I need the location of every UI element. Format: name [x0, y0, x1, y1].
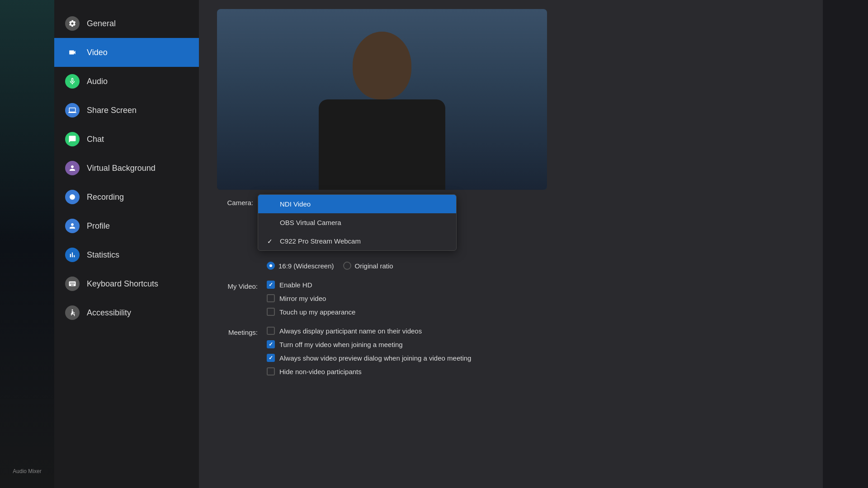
video-icon [65, 45, 80, 60]
recording-label: Recording [87, 192, 124, 202]
camera-option-c922-webcam[interactable]: ✓C922 Pro Stream Webcam [258, 232, 456, 250]
meetings-show-preview[interactable]: Always show video preview dialog when jo… [267, 354, 805, 362]
sidebar-item-accessibility[interactable]: Accessibility [54, 298, 199, 327]
original-radio[interactable] [343, 262, 351, 270]
camera-dropdown-list: NDI VideoOBS Virtual Camera✓C922 Pro Str… [258, 194, 457, 251]
meetings-turn-off-video[interactable]: Turn off my video when joining a meeting [267, 340, 805, 348]
sidebar-item-statistics[interactable]: Statistics [54, 240, 199, 269]
sidebar-item-recording[interactable]: Recording [54, 183, 199, 211]
svg-point-1 [72, 310, 73, 311]
keyboard-shortcuts-label: Keyboard Shortcuts [87, 279, 158, 289]
meetings-row: Meetings: Always display participant nam… [217, 327, 805, 375]
sidebar-item-general[interactable]: General [54, 9, 199, 38]
sidebar-item-profile[interactable]: Profile [54, 211, 199, 240]
meetings-display-name[interactable]: Always display participant name on their… [267, 327, 805, 335]
ndi-video-label: NDI Video [280, 200, 311, 208]
audio-icon [65, 74, 80, 89]
sidebar-item-share-screen[interactable]: Share Screen [54, 96, 199, 125]
my-video-mirror[interactable]: Mirror my video [267, 294, 805, 302]
my-video-label: My Video: [217, 281, 258, 290]
virtual-background-icon [65, 161, 80, 175]
right-panel [823, 0, 868, 488]
general-label: General [87, 19, 116, 28]
sidebar-item-audio[interactable]: Audio [54, 67, 199, 96]
aspect-ratio-options: 16:9 (Widescreen)Original ratio [267, 262, 805, 270]
c922-webcam-checkmark: ✓ [267, 238, 275, 245]
aspect-ratio-section: 16:9 (Widescreen)Original ratio [217, 262, 805, 270]
meetings-hide-non-video[interactable]: Hide non-video participants [267, 367, 805, 375]
aspect-ratio-label [217, 262, 258, 263]
my-video-touch-up[interactable]: Touch up my appearance [267, 308, 805, 316]
audio-label: Audio [87, 77, 108, 86]
sidebar-item-virtual-background[interactable]: Virtual Background [54, 154, 199, 183]
camera-label: Camera: [217, 194, 258, 206]
hide-non-video-label: Hide non-video participants [279, 368, 362, 375]
profile-label: Profile [87, 221, 110, 231]
camera-option-ndi-video[interactable]: NDI Video [258, 195, 456, 213]
keyboard-shortcuts-icon [65, 277, 80, 291]
chat-icon [65, 132, 80, 146]
enable-hd-checkbox[interactable] [267, 281, 275, 289]
virtual-background-label: Virtual Background [87, 164, 156, 173]
accessibility-icon [65, 305, 80, 320]
hide-non-video-checkbox[interactable] [267, 367, 275, 375]
meetings-label: Meetings: [217, 327, 258, 336]
left-panel-bg [0, 0, 54, 488]
video-preview-inner [217, 9, 547, 190]
mirror-label: Mirror my video [279, 295, 326, 302]
statistics-label: Statistics [87, 250, 119, 260]
aspect-ratio-row: 16:9 (Widescreen)Original ratio [217, 262, 805, 270]
mirror-checkbox[interactable] [267, 294, 275, 302]
left-panel: Audio Mixer [0, 0, 54, 488]
display-name-label: Always display participant name on their… [279, 327, 422, 335]
my-video-controls: Enable HDMirror my videoTouch up my appe… [267, 281, 805, 316]
person-head [353, 32, 411, 99]
my-video-section: My Video: Enable HDMirror my videoTouch … [217, 281, 805, 316]
show-preview-label: Always show video preview dialog when jo… [279, 354, 471, 362]
share-screen-label: Share Screen [87, 106, 137, 115]
camera-dropdown-wrapper: NDI VideoOBS Virtual Camera✓C922 Pro Str… [258, 194, 805, 251]
show-preview-checkbox[interactable] [267, 354, 275, 362]
recording-icon [65, 190, 80, 204]
main-content: Camera: NDI VideoOBS Virtual Camera✓C922… [199, 0, 823, 488]
turn-off-video-checkbox[interactable] [267, 340, 275, 348]
sidebar-item-chat[interactable]: Chat [54, 125, 199, 154]
touch-up-checkbox[interactable] [267, 308, 275, 316]
sidebar: GeneralVideoAudioShare ScreenChatVirtual… [54, 0, 199, 488]
svg-point-0 [70, 194, 75, 200]
video-preview [217, 9, 547, 190]
my-video-row: My Video: Enable HDMirror my videoTouch … [217, 281, 805, 316]
sidebar-item-keyboard-shortcuts[interactable]: Keyboard Shortcuts [54, 269, 199, 298]
share-screen-icon [65, 103, 80, 117]
person-figure [296, 18, 468, 190]
video-label: Video [87, 48, 108, 57]
turn-off-video-label: Turn off my video when joining a meeting [279, 341, 403, 348]
meetings-controls: Always display participant name on their… [267, 327, 805, 375]
statistics-icon [65, 248, 80, 262]
audio-mixer-label: Audio Mixer [0, 468, 54, 474]
accessibility-label: Accessibility [87, 308, 131, 318]
aspect-ratio-controls: 16:9 (Widescreen)Original ratio [267, 262, 805, 270]
original-label: Original ratio [355, 262, 393, 270]
enable-hd-label: Enable HD [279, 281, 312, 289]
general-icon [65, 16, 80, 31]
person-body [319, 99, 445, 190]
aspect-widescreen[interactable]: 16:9 (Widescreen) [267, 262, 334, 270]
sidebar-item-video[interactable]: Video [54, 38, 199, 67]
my-video-enable-hd[interactable]: Enable HD [267, 281, 805, 289]
camera-section: Camera: NDI VideoOBS Virtual Camera✓C922… [217, 194, 805, 251]
camera-dropdown-container: Camera: NDI VideoOBS Virtual Camera✓C922… [217, 194, 805, 251]
widescreen-label: 16:9 (Widescreen) [278, 262, 334, 270]
touch-up-label: Touch up my appearance [279, 308, 355, 316]
profile-icon [65, 219, 80, 233]
display-name-checkbox[interactable] [267, 327, 275, 335]
widescreen-radio[interactable] [267, 262, 275, 270]
meetings-section: Meetings: Always display participant nam… [217, 327, 805, 375]
aspect-original[interactable]: Original ratio [343, 262, 393, 270]
obs-virtual-label: OBS Virtual Camera [280, 219, 341, 226]
camera-option-obs-virtual[interactable]: OBS Virtual Camera [258, 213, 456, 232]
chat-label: Chat [87, 135, 104, 144]
c922-webcam-label: C922 Pro Stream Webcam [280, 237, 361, 245]
